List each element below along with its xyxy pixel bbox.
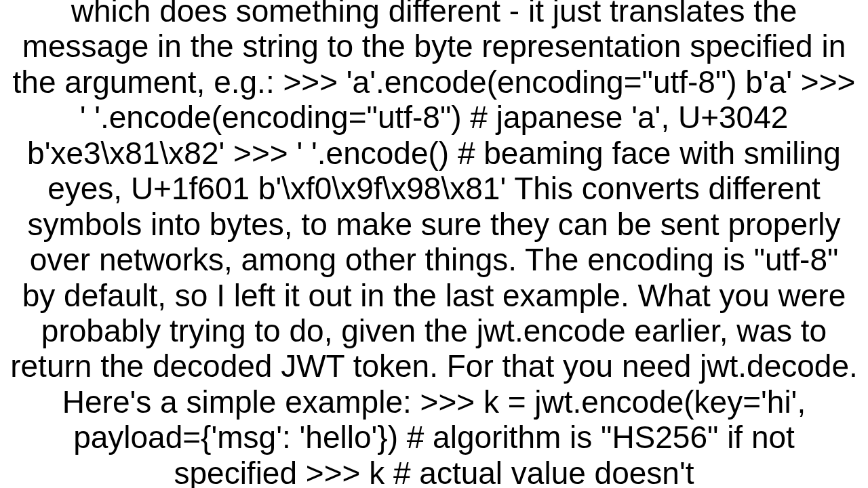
document-body: which does something different - it just…: [0, 0, 868, 488]
body-text: which does something different - it just…: [9, 0, 859, 488]
